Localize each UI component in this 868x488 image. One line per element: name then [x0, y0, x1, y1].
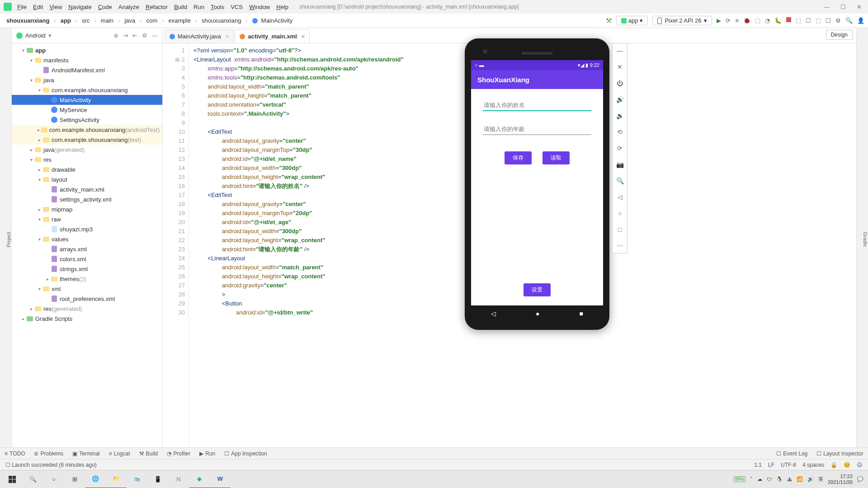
network-icon[interactable]: 🖧 [787, 477, 792, 482]
problems-tool[interactable]: ⊘ Problems [34, 450, 63, 457]
tree-arrays[interactable]: arrays.xml [12, 244, 162, 254]
task-view-button[interactable]: ⊞ [64, 470, 85, 488]
tree-app[interactable]: ▾app [12, 45, 162, 55]
caret-position[interactable]: 1:1 [754, 462, 762, 468]
build-tool[interactable]: ⚒ Build [139, 450, 158, 457]
settings-icon[interactable]: ⚙ [142, 32, 147, 39]
sad-icon[interactable]: ☹ [857, 462, 863, 468]
tree-values[interactable]: ▾values [12, 234, 162, 244]
ime-indicator[interactable]: 英 [818, 476, 823, 483]
crumb[interactable]: com [144, 16, 160, 25]
menu-code[interactable]: Code [98, 4, 112, 10]
tree-strings[interactable]: strings.xml [12, 264, 162, 274]
rotate-right-icon[interactable]: ⟳ [615, 144, 624, 153]
menu-vcs[interactable]: VCS [231, 4, 243, 10]
sdk-icon[interactable]: ⬚ [816, 17, 821, 24]
emu-minimize-icon[interactable]: — [615, 46, 624, 55]
crumb[interactable]: shouxuanxiang [199, 16, 244, 25]
tree-java-gen[interactable]: ▸java (generated) [12, 145, 162, 155]
search-button[interactable]: 🔍 [23, 470, 43, 488]
tab-activity-main-xml[interactable]: activity_main.xml× [235, 29, 310, 43]
rotate-left-icon[interactable]: ⟲ [615, 127, 624, 136]
age-input[interactable] [483, 124, 591, 135]
app-inspection-tool[interactable]: ☐ App Inspection [224, 450, 267, 457]
layout-inspector-icon[interactable]: ☐ [826, 17, 831, 24]
profiler-icon[interactable]: ◔ [765, 17, 770, 24]
build-icon[interactable]: ⚒ [606, 17, 612, 25]
todo-tool[interactable]: ≡ TODO [5, 450, 25, 457]
debug-icon[interactable]: ≡ [735, 17, 739, 24]
crumb[interactable]: MainActivity [250, 16, 295, 25]
volume-down-icon[interactable]: 🔉 [615, 111, 624, 120]
coverage-icon[interactable]: ⬚ [755, 17, 760, 24]
menu-window[interactable]: Window [249, 4, 270, 10]
project-tool[interactable]: Project [6, 230, 11, 249]
emulator-window[interactable]: ○ ▬ ▾◢ ▮9:22 ShouXuanXiang 保存 读取 设置 ◁ ● … [465, 38, 609, 330]
tree-pkg-main[interactable]: ▾com.example.shouxuanxiang [12, 85, 162, 95]
smiley-icon[interactable]: 😊 [844, 462, 850, 468]
tree-pkg-test[interactable]: ▸com.example.shouxuanxiang (test) [12, 135, 162, 145]
close-icon[interactable]: × [226, 33, 229, 40]
menu-file[interactable]: FFileile [17, 4, 27, 10]
menu-analyze[interactable]: Analyze [118, 4, 139, 10]
project-view-label[interactable]: Android [25, 32, 46, 39]
wifi-icon[interactable]: 📶 [797, 476, 803, 482]
power-icon[interactable]: ⏻ [615, 79, 624, 88]
menu-run[interactable]: Run [193, 4, 204, 10]
tree-settings-activity[interactable]: SettingsActivity [12, 115, 162, 125]
search-icon[interactable]: 🔍 [845, 17, 853, 24]
tree-raw[interactable]: ▾raw [12, 214, 162, 224]
more-icon[interactable]: ⋯ [615, 241, 624, 250]
edge-icon[interactable]: 🌐 [85, 470, 106, 488]
cortana-button[interactable]: ○ [43, 470, 64, 488]
close-icon[interactable]: × [302, 33, 305, 40]
tree-my-service[interactable]: MyService [12, 105, 162, 115]
tree-shuyazi[interactable]: shuyazi.mp3 [12, 224, 162, 234]
tree-mipmap[interactable]: ▸mipmap [12, 204, 162, 214]
layout-inspector-tool[interactable]: ☐ Layout Inspector [816, 450, 863, 457]
crumb[interactable]: main [98, 16, 116, 25]
menu-build[interactable]: Build [174, 4, 187, 10]
profiler-tool[interactable]: ◔ Profiler [167, 450, 190, 457]
apply-changes-icon[interactable]: ⟳ [726, 17, 731, 24]
attach-icon[interactable]: 🐛 [774, 17, 782, 24]
crumb[interactable]: app [58, 16, 74, 25]
hide-icon[interactable]: — [152, 32, 158, 39]
gradle-tool[interactable]: Gradle [863, 230, 868, 249]
tree-settings-xml[interactable]: settings_activity.xml [12, 194, 162, 204]
user-icon[interactable]: 👤 [857, 17, 864, 24]
phone-icon[interactable]: 📱 [147, 470, 168, 488]
logcat-tool[interactable]: ≡ Logcat [109, 450, 130, 457]
name-input[interactable] [483, 100, 591, 111]
read-button[interactable]: 读取 [542, 151, 570, 164]
tree-root-pref[interactable]: root_preferences.xml [12, 294, 162, 304]
scroll-from-source-icon[interactable]: ⊕ [113, 32, 118, 39]
tree-java[interactable]: ▾java [12, 75, 162, 85]
bug-icon[interactable]: 🐞 [743, 17, 750, 24]
qq-icon[interactable]: 🐧 [776, 476, 783, 482]
recents-icon[interactable]: ■ [580, 310, 583, 317]
tab-main-activity[interactable]: MainActivity.java× [165, 29, 234, 43]
zoom-icon[interactable]: 🔍 [615, 176, 624, 185]
crumb[interactable]: src [79, 16, 92, 25]
tree-manifests[interactable]: ▾manifests [12, 55, 162, 65]
event-log-tool[interactable]: ☐ Event Log [776, 450, 807, 457]
tree-res[interactable]: ▾res [12, 155, 162, 164]
close-button[interactable]: ✕ [857, 4, 862, 10]
start-button[interactable] [2, 470, 23, 488]
tree-activity-main[interactable]: activity_main.xml [12, 184, 162, 194]
menu-help[interactable]: Help [276, 4, 288, 10]
clock[interactable]: 17:222021/11/20 [828, 474, 853, 485]
back-icon[interactable]: ◁ [491, 310, 496, 317]
android-studio-icon[interactable]: ◆ [189, 470, 210, 488]
explorer-icon[interactable]: 📁 [106, 470, 127, 488]
word-icon[interactable]: W [210, 470, 231, 488]
maximize-button[interactable]: ☐ [840, 4, 846, 10]
collapse-icon[interactable]: ⇥ [123, 32, 128, 39]
avd-icon[interactable]: ☐ [806, 17, 811, 24]
tray-chevron-icon[interactable]: ˄ [750, 476, 753, 482]
volume-up-icon[interactable]: 🔊 [615, 95, 624, 104]
emu-close-icon[interactable]: ✕ [615, 62, 624, 71]
minimize-button[interactable]: — [824, 4, 830, 10]
store-icon[interactable]: 🛍 [127, 470, 147, 488]
